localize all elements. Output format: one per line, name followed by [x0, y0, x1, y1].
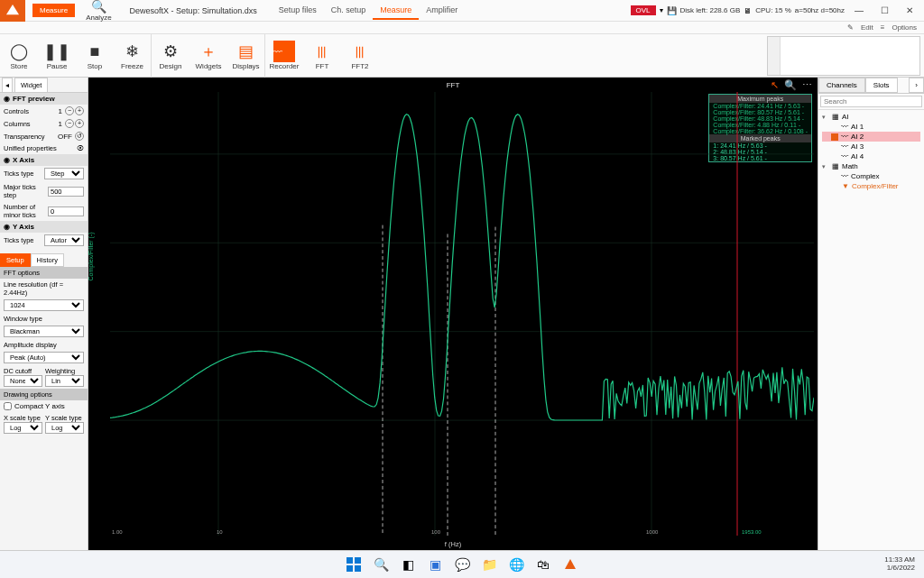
- compact-y-checkbox[interactable]: [4, 402, 12, 410]
- widget-tab[interactable]: Widget: [14, 78, 48, 92]
- svg-text:1953.00: 1953.00: [742, 529, 762, 535]
- cpu-icon: 🖥: [744, 6, 752, 15]
- disk-icon: 💾: [667, 6, 677, 15]
- window-title: DewesoftX - Setup: Simultation.dxs: [130, 6, 257, 15]
- record-icon: ◯: [10, 41, 28, 62]
- back-button[interactable]: ◂: [2, 78, 13, 92]
- dewesoft-task-icon[interactable]: [561, 555, 579, 573]
- explorer-icon[interactable]: 📁: [480, 555, 498, 573]
- svg-rect-18: [346, 565, 353, 572]
- slots-tab[interactable]: Slots: [865, 78, 898, 93]
- menu-setup-files[interactable]: Setup files: [272, 2, 324, 20]
- tree-ai[interactable]: ▾▦ AI: [822, 112, 920, 122]
- edit-icon: ✎: [847, 23, 854, 32]
- window-type-select[interactable]: Blackman: [4, 326, 84, 337]
- svg-text:1000: 1000: [646, 529, 659, 535]
- line-res-select[interactable]: 1024: [4, 299, 84, 311]
- fft-options-header: FFT options: [0, 267, 88, 279]
- tree-complex[interactable]: 〰 Complex: [822, 171, 920, 181]
- fft-icon: ⫼: [314, 41, 330, 62]
- menu-amplifier[interactable]: Amplifier: [419, 2, 465, 20]
- x-axis-label: f (Hz): [445, 540, 461, 548]
- ovl-icon: [831, 133, 838, 141]
- weighting-select[interactable]: Lin: [45, 375, 84, 387]
- sample-rate: a=50hz d=50hz: [795, 6, 845, 14]
- windows-taskbar[interactable]: 🔍 ◧ ▣ 💬 📁 🌐 🛍 11:33 AM 1/6/2022: [0, 550, 924, 578]
- controls-plus[interactable]: +: [75, 106, 84, 115]
- maximize-button[interactable]: ☐: [873, 5, 895, 15]
- fft2-button[interactable]: ⫼FFT2: [341, 34, 379, 78]
- menu-measure[interactable]: Measure: [373, 2, 419, 20]
- y-scale-select[interactable]: Log: [45, 422, 84, 434]
- tree-ai3[interactable]: 〰 AI 3: [822, 142, 920, 151]
- edit-link[interactable]: Edit: [861, 23, 873, 32]
- widgets-button[interactable]: ＋Widgets: [189, 34, 227, 78]
- titlebar: Measure 🔍 Analyze DewesoftX - Setup: Sim…: [0, 0, 924, 22]
- tree-ai4[interactable]: 〰 AI 4: [822, 151, 920, 161]
- svg-text:10: 10: [217, 529, 223, 535]
- taskview-icon[interactable]: ◧: [399, 555, 417, 573]
- recorder-button[interactable]: 〰Recorder: [265, 34, 303, 78]
- drawing-options-header: Drawing options: [0, 389, 88, 400]
- search-input[interactable]: [820, 96, 922, 107]
- zoom-icon[interactable]: 🔍: [784, 79, 797, 91]
- store-button[interactable]: ◯Store: [0, 34, 38, 78]
- close-button[interactable]: ✕: [899, 5, 920, 15]
- minor-ticks-input[interactable]: [48, 206, 84, 216]
- columns-plus[interactable]: +: [75, 119, 84, 128]
- history-tab[interactable]: History: [31, 253, 64, 267]
- panel-more[interactable]: ›: [909, 78, 924, 93]
- minimize-button[interactable]: —: [848, 5, 870, 15]
- snowflake-icon: ❄: [125, 41, 139, 62]
- transparency-toggle[interactable]: ↺: [75, 132, 84, 141]
- pause-button[interactable]: ❚❚Pause: [38, 34, 76, 78]
- cursor-icon[interactable]: ↖: [771, 79, 779, 91]
- system-clock[interactable]: 11:33 AM 1/6/2022: [884, 556, 915, 573]
- edge-icon[interactable]: 🌐: [507, 555, 525, 573]
- chart-canvas[interactable]: 10 100 1000 1953.00 1.00: [110, 92, 814, 536]
- displays-button[interactable]: ▤Displays: [227, 34, 265, 78]
- dc-cutoff-select[interactable]: None: [4, 375, 42, 387]
- main-toolbar: ◯Store ❚❚Pause ■Stop ❄Freeze ⚙Design ＋Wi…: [0, 34, 924, 78]
- columns-minus[interactable]: −: [65, 119, 74, 128]
- fft-graph[interactable]: FFT ↖ 🔍 ⋯ Maximum peaks Complex/Filter: …: [88, 78, 818, 550]
- search-task-icon[interactable]: 🔍: [372, 555, 390, 573]
- amp-display-select[interactable]: Peak (Auto): [4, 352, 84, 363]
- stop-button[interactable]: ■Stop: [76, 34, 114, 78]
- fft-button[interactable]: ⫼FFT: [303, 34, 341, 78]
- major-step-input[interactable]: [48, 187, 84, 197]
- xticks-type-select[interactable]: Step: [44, 168, 84, 179]
- options-link[interactable]: Options: [892, 23, 917, 32]
- mode-measure[interactable]: Measure: [32, 4, 75, 17]
- controls-minus[interactable]: −: [65, 106, 74, 115]
- store-icon[interactable]: 🛍: [534, 555, 552, 573]
- unified-check[interactable]: ⦿: [77, 144, 84, 152]
- setup-tab[interactable]: Setup: [0, 253, 31, 267]
- tree-ai1[interactable]: 〰 AI 1: [822, 122, 920, 132]
- channels-tab[interactable]: Channels: [818, 78, 865, 93]
- widgets-task-icon[interactable]: ▣: [426, 555, 444, 573]
- start-icon[interactable]: [345, 555, 363, 573]
- gear-icon: ⚙: [163, 41, 178, 62]
- yaxis-header[interactable]: ◉ Y Axis: [0, 221, 88, 233]
- analyze-button[interactable]: 🔍 Analyze: [75, 0, 122, 22]
- ovl-badge[interactable]: OVL: [631, 5, 656, 15]
- svg-rect-19: [355, 565, 361, 572]
- displays-icon: ▤: [238, 41, 254, 62]
- x-scale-select[interactable]: Log: [4, 422, 42, 434]
- freeze-button[interactable]: ❄Freeze: [114, 34, 152, 78]
- cpu-usage: CPU: 15 %: [755, 6, 791, 14]
- recorder-icon: 〰: [273, 41, 295, 62]
- xaxis-header[interactable]: ◉ X Axis: [0, 154, 88, 166]
- chat-icon[interactable]: 💬: [453, 555, 471, 573]
- fft-preview-header[interactable]: ◉ FFT preview: [0, 93, 88, 105]
- tree-math[interactable]: ▾▦ Math: [822, 161, 920, 171]
- yticks-type-select[interactable]: Automatic: [44, 234, 84, 246]
- menu-ch-setup[interactable]: Ch. setup: [324, 2, 374, 20]
- options-icon: ≡: [881, 23, 885, 32]
- menu-bar: Setup files Ch. setup Measure Amplifier: [272, 2, 466, 20]
- tree-ai2[interactable]: 〰 AI 2: [822, 132, 920, 142]
- more-icon[interactable]: ⋯: [802, 79, 812, 91]
- tree-complex-filter[interactable]: ▼ Complex/Filter: [822, 181, 920, 191]
- design-button[interactable]: ⚙Design: [152, 34, 189, 78]
